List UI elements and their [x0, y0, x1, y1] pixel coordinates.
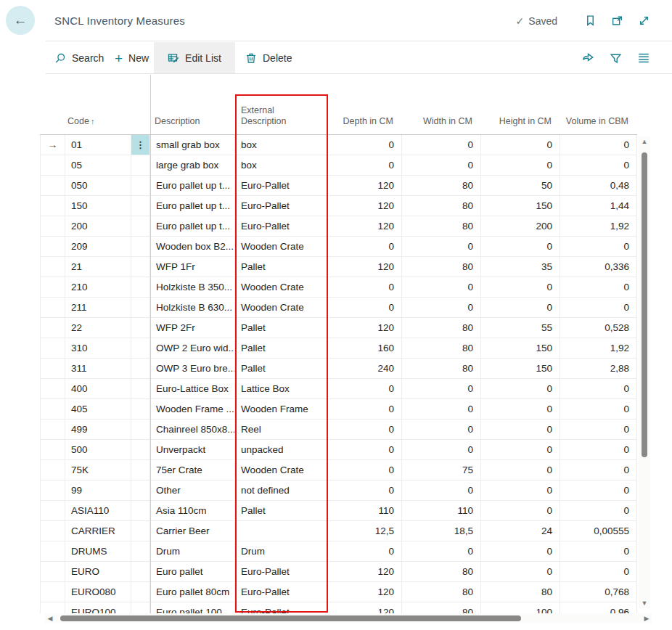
cell-height[interactable]: 50: [481, 176, 560, 195]
cell-volume[interactable]: 1,44: [560, 196, 637, 216]
cell-height[interactable]: 0: [481, 562, 560, 581]
cell-external-description[interactable]: Pallet: [235, 359, 328, 378]
cell-code[interactable]: EURO100: [65, 602, 131, 613]
row-selector-cell[interactable]: [41, 562, 65, 581]
row-menu-cell[interactable]: [131, 480, 150, 500]
column-header-external-description[interactable]: External Description: [234, 105, 327, 134]
cell-height[interactable]: 55: [481, 318, 560, 338]
cell-depth[interactable]: 240: [328, 359, 402, 378]
cell-description[interactable]: large grab box: [150, 155, 235, 175]
scroll-right-icon[interactable]: ▶: [642, 613, 652, 623]
row-selector-cell[interactable]: [41, 399, 65, 419]
edit-list-button[interactable]: Edit List: [154, 42, 235, 74]
row-menu-cell[interactable]: [131, 298, 150, 317]
cell-description[interactable]: Euro-Lattice Box: [150, 379, 235, 398]
cell-depth[interactable]: 120: [328, 562, 402, 581]
expand-button[interactable]: [636, 13, 652, 28]
row-selector-cell[interactable]: [41, 318, 65, 338]
share-button[interactable]: [580, 50, 596, 66]
cell-external-description[interactable]: Lattice Box: [235, 379, 328, 398]
row-menu-cell[interactable]: [131, 460, 150, 480]
scroll-left-icon[interactable]: ◀: [45, 613, 55, 623]
cell-volume[interactable]: 0: [560, 460, 637, 480]
cell-height[interactable]: 0: [481, 277, 560, 297]
cell-depth[interactable]: 160: [328, 338, 402, 358]
cell-external-description[interactable]: Wooden Crate: [235, 277, 328, 297]
cell-external-description[interactable]: Euro-Pallet: [235, 216, 328, 236]
cell-height[interactable]: 150: [481, 338, 560, 358]
cell-height[interactable]: 150: [481, 196, 560, 216]
row-menu-cell[interactable]: [131, 257, 150, 277]
cell-description[interactable]: WFP 1Fr: [150, 257, 235, 277]
cell-code[interactable]: ASIA110: [65, 501, 131, 520]
row-menu-cell[interactable]: [131, 541, 150, 561]
cell-external-description[interactable]: Euro-Pallet: [235, 196, 328, 216]
cell-height[interactable]: 35: [481, 257, 560, 277]
cell-depth[interactable]: 0: [328, 155, 402, 175]
row-selector-cell[interactable]: [41, 298, 65, 317]
cell-code[interactable]: 209: [65, 237, 131, 256]
cell-volume[interactable]: 0,528: [560, 318, 637, 338]
cell-external-description[interactable]: not defined: [235, 480, 328, 500]
cell-width[interactable]: 110: [402, 501, 481, 520]
cell-code[interactable]: CARRIER: [65, 521, 131, 541]
view-options-button[interactable]: [636, 50, 652, 66]
cell-width[interactable]: 0: [402, 420, 481, 439]
cell-height[interactable]: 0: [481, 480, 560, 500]
row-menu-cell[interactable]: [131, 277, 150, 297]
vertical-scrollbar[interactable]: ▲ ▼: [639, 136, 650, 608]
row-selector-cell[interactable]: [41, 277, 65, 297]
cell-description[interactable]: Euro pallet 80cm: [150, 582, 235, 602]
cell-description[interactable]: Holzkiste B 350...: [150, 277, 235, 297]
cell-depth[interactable]: 0: [328, 399, 402, 419]
row-menu-cell[interactable]: [131, 562, 150, 581]
cell-volume[interactable]: 0: [560, 135, 637, 155]
cell-description[interactable]: Euro pallet: [150, 562, 235, 581]
column-header-volume[interactable]: Volume in CBM: [560, 116, 636, 134]
cell-width[interactable]: 80: [402, 562, 481, 581]
cell-code[interactable]: 99: [65, 480, 131, 500]
cell-depth[interactable]: 120: [328, 196, 402, 216]
cell-volume[interactable]: 0: [560, 399, 637, 419]
cell-external-description[interactable]: Wooden Crate: [235, 298, 328, 317]
horizontal-scrollbar-thumb[interactable]: [60, 615, 521, 621]
cell-width[interactable]: 80: [402, 582, 481, 602]
row-selector-cell[interactable]: →: [41, 135, 65, 155]
cell-code[interactable]: 311: [65, 359, 131, 378]
cell-height[interactable]: 100: [481, 602, 560, 613]
cell-description[interactable]: Unverpackt: [150, 440, 235, 459]
cell-external-description[interactable]: Wooden Crate: [235, 237, 328, 256]
cell-width[interactable]: 0: [402, 237, 481, 256]
cell-description[interactable]: Euro pallet up t...: [150, 216, 235, 236]
column-header-description[interactable]: Description: [149, 116, 234, 134]
cell-depth[interactable]: 12,5: [328, 521, 402, 541]
column-header-height[interactable]: Height in CM: [480, 116, 560, 134]
row-menu-cell[interactable]: [131, 196, 150, 216]
row-menu-cell[interactable]: [131, 399, 150, 419]
cell-depth[interactable]: 120: [328, 602, 402, 613]
cell-width[interactable]: 75: [402, 460, 481, 480]
cell-code[interactable]: 200: [65, 216, 131, 236]
row-menu-cell[interactable]: [131, 521, 150, 541]
row-menu-cell[interactable]: [131, 176, 150, 195]
cell-width[interactable]: 0: [402, 399, 481, 419]
delete-button[interactable]: Delete: [245, 42, 292, 74]
cell-code[interactable]: 050: [65, 176, 131, 195]
cell-volume[interactable]: 0: [560, 562, 637, 581]
cell-external-description[interactable]: Pallet: [235, 257, 328, 277]
cell-depth[interactable]: 0: [328, 237, 402, 256]
cell-height[interactable]: 0: [481, 379, 560, 398]
new-button[interactable]: + New: [115, 42, 149, 74]
cell-volume[interactable]: 0,96: [560, 602, 637, 613]
cell-height[interactable]: 0: [481, 399, 560, 419]
cell-code[interactable]: 405: [65, 399, 131, 419]
row-selector-cell[interactable]: [41, 155, 65, 175]
cell-description[interactable]: Drum: [150, 541, 235, 561]
row-selector-cell[interactable]: [41, 521, 65, 541]
cell-description[interactable]: Chainreel 850x8...: [150, 420, 235, 439]
cell-description[interactable]: Wooden box B2...: [150, 237, 235, 256]
cell-height[interactable]: 0: [481, 135, 560, 155]
cell-volume[interactable]: 0,00555: [560, 521, 637, 541]
cell-height[interactable]: 0: [481, 440, 560, 459]
cell-width[interactable]: 0: [402, 379, 481, 398]
